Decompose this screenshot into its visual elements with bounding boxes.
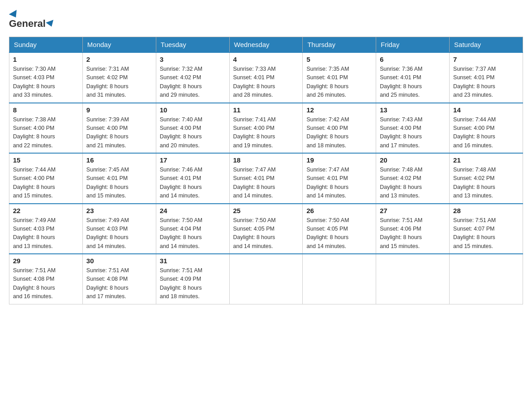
week-row-2: 8 Sunrise: 7:38 AM Sunset: 4:00 PM Dayli…	[9, 103, 523, 154]
calendar-cell: 16 Sunrise: 7:45 AM Sunset: 4:01 PM Dayl…	[82, 153, 156, 204]
calendar-cell: 13 Sunrise: 7:43 AM Sunset: 4:00 PM Dayl…	[376, 103, 450, 154]
day-detail: Sunrise: 7:43 AM Sunset: 4:00 PM Dayligh…	[380, 116, 446, 150]
weekday-header-friday: Friday	[376, 37, 450, 53]
day-number: 20	[380, 156, 446, 164]
day-detail: Sunrise: 7:37 AM Sunset: 4:01 PM Dayligh…	[453, 65, 519, 100]
week-row-1: 1 Sunrise: 7:30 AM Sunset: 4:03 PM Dayli…	[9, 52, 523, 103]
calendar-cell: 27 Sunrise: 7:51 AM Sunset: 4:06 PM Dayl…	[376, 204, 450, 254]
calendar-header-row: SundayMondayTuesdayWednesdayThursdayFrid…	[9, 37, 523, 53]
calendar-cell: 1 Sunrise: 7:30 AM Sunset: 4:03 PM Dayli…	[9, 52, 83, 103]
day-number: 4	[233, 56, 299, 63]
logo-area: General	[9, 9, 56, 30]
day-detail: Sunrise: 7:44 AM Sunset: 4:00 PM Dayligh…	[453, 116, 519, 150]
calendar-cell	[376, 254, 450, 304]
day-detail: Sunrise: 7:33 AM Sunset: 4:01 PM Dayligh…	[233, 65, 299, 100]
weekday-header-sunday: Sunday	[9, 37, 83, 53]
day-number: 8	[13, 106, 79, 114]
page-header: General	[9, 9, 523, 30]
day-detail: Sunrise: 7:50 AM Sunset: 4:05 PM Dayligh…	[306, 216, 372, 251]
calendar-cell: 4 Sunrise: 7:33 AM Sunset: 4:01 PM Dayli…	[229, 52, 303, 103]
day-number: 14	[453, 106, 519, 114]
day-detail: Sunrise: 7:49 AM Sunset: 4:03 PM Dayligh…	[86, 216, 152, 251]
day-number: 1	[13, 56, 79, 63]
day-detail: Sunrise: 7:40 AM Sunset: 4:00 PM Dayligh…	[160, 116, 226, 150]
calendar-cell: 14 Sunrise: 7:44 AM Sunset: 4:00 PM Dayl…	[450, 103, 523, 154]
day-detail: Sunrise: 7:35 AM Sunset: 4:01 PM Dayligh…	[306, 65, 372, 100]
day-number: 23	[86, 207, 152, 214]
weekday-header-wednesday: Wednesday	[229, 37, 303, 53]
day-number: 16	[86, 156, 152, 164]
day-detail: Sunrise: 7:38 AM Sunset: 4:00 PM Dayligh…	[13, 116, 79, 150]
calendar-cell: 2 Sunrise: 7:31 AM Sunset: 4:02 PM Dayli…	[82, 52, 156, 103]
day-detail: Sunrise: 7:36 AM Sunset: 4:01 PM Dayligh…	[380, 65, 446, 100]
calendar-cell: 20 Sunrise: 7:48 AM Sunset: 4:02 PM Dayl…	[376, 153, 450, 204]
day-detail: Sunrise: 7:42 AM Sunset: 4:00 PM Dayligh…	[306, 116, 372, 150]
calendar-cell: 11 Sunrise: 7:41 AM Sunset: 4:00 PM Dayl…	[229, 103, 303, 154]
calendar-cell	[303, 254, 376, 304]
day-detail: Sunrise: 7:50 AM Sunset: 4:05 PM Dayligh…	[233, 216, 299, 251]
calendar-cell: 19 Sunrise: 7:47 AM Sunset: 4:01 PM Dayl…	[303, 153, 376, 204]
day-number: 9	[86, 106, 152, 114]
day-detail: Sunrise: 7:51 AM Sunset: 4:06 PM Dayligh…	[380, 216, 446, 251]
day-number: 25	[233, 207, 299, 214]
calendar-cell: 7 Sunrise: 7:37 AM Sunset: 4:01 PM Dayli…	[450, 52, 523, 103]
calendar-cell: 15 Sunrise: 7:44 AM Sunset: 4:00 PM Dayl…	[9, 153, 83, 204]
calendar-cell: 23 Sunrise: 7:49 AM Sunset: 4:03 PM Dayl…	[82, 204, 156, 254]
day-detail: Sunrise: 7:30 AM Sunset: 4:03 PM Dayligh…	[13, 65, 79, 100]
day-detail: Sunrise: 7:49 AM Sunset: 4:03 PM Dayligh…	[13, 216, 79, 251]
calendar-cell: 3 Sunrise: 7:32 AM Sunset: 4:02 PM Dayli…	[156, 52, 229, 103]
weekday-header-saturday: Saturday	[450, 37, 523, 53]
day-number: 3	[160, 56, 226, 63]
calendar-cell: 18 Sunrise: 7:47 AM Sunset: 4:01 PM Dayl…	[229, 153, 303, 204]
week-row-4: 22 Sunrise: 7:49 AM Sunset: 4:03 PM Dayl…	[9, 204, 523, 254]
calendar-cell: 12 Sunrise: 7:42 AM Sunset: 4:00 PM Dayl…	[303, 103, 376, 154]
week-row-5: 29 Sunrise: 7:51 AM Sunset: 4:08 PM Dayl…	[9, 254, 523, 304]
weekday-header-monday: Monday	[82, 37, 156, 53]
calendar-table: SundayMondayTuesdayWednesdayThursdayFrid…	[9, 37, 523, 304]
day-detail: Sunrise: 7:45 AM Sunset: 4:01 PM Dayligh…	[86, 166, 152, 201]
calendar-cell: 9 Sunrise: 7:39 AM Sunset: 4:00 PM Dayli…	[82, 103, 156, 154]
day-detail: Sunrise: 7:51 AM Sunset: 4:08 PM Dayligh…	[86, 266, 152, 301]
day-number: 18	[233, 156, 299, 164]
day-number: 7	[453, 56, 519, 63]
day-number: 11	[233, 106, 299, 114]
calendar-cell: 24 Sunrise: 7:50 AM Sunset: 4:04 PM Dayl…	[156, 204, 229, 254]
calendar-cell: 17 Sunrise: 7:46 AM Sunset: 4:01 PM Dayl…	[156, 153, 229, 204]
weekday-header-thursday: Thursday	[303, 37, 376, 53]
logo-general-text2: General	[9, 18, 46, 30]
day-detail: Sunrise: 7:47 AM Sunset: 4:01 PM Dayligh…	[233, 166, 299, 201]
calendar-cell: 21 Sunrise: 7:48 AM Sunset: 4:02 PM Dayl…	[450, 153, 523, 204]
day-number: 22	[13, 207, 79, 214]
day-detail: Sunrise: 7:51 AM Sunset: 4:09 PM Dayligh…	[160, 266, 226, 301]
day-number: 26	[306, 207, 372, 214]
logo-arrow-icon	[46, 20, 55, 28]
day-number: 29	[13, 257, 79, 265]
calendar-cell: 10 Sunrise: 7:40 AM Sunset: 4:00 PM Dayl…	[156, 103, 229, 154]
calendar-cell: 6 Sunrise: 7:36 AM Sunset: 4:01 PM Dayli…	[376, 52, 450, 103]
day-detail: Sunrise: 7:31 AM Sunset: 4:02 PM Dayligh…	[86, 65, 152, 100]
day-number: 28	[453, 207, 519, 214]
day-number: 31	[160, 257, 226, 265]
day-detail: Sunrise: 7:50 AM Sunset: 4:04 PM Dayligh…	[160, 216, 226, 251]
day-detail: Sunrise: 7:44 AM Sunset: 4:00 PM Dayligh…	[13, 166, 79, 201]
day-number: 30	[86, 257, 152, 265]
calendar-cell: 25 Sunrise: 7:50 AM Sunset: 4:05 PM Dayl…	[229, 204, 303, 254]
day-detail: Sunrise: 7:41 AM Sunset: 4:00 PM Dayligh…	[233, 116, 299, 150]
day-detail: Sunrise: 7:48 AM Sunset: 4:02 PM Dayligh…	[453, 166, 519, 201]
day-detail: Sunrise: 7:32 AM Sunset: 4:02 PM Dayligh…	[160, 65, 226, 100]
day-number: 12	[306, 106, 372, 114]
day-detail: Sunrise: 7:46 AM Sunset: 4:01 PM Dayligh…	[160, 166, 226, 201]
calendar-cell: 29 Sunrise: 7:51 AM Sunset: 4:08 PM Dayl…	[9, 254, 83, 304]
day-number: 24	[160, 207, 226, 214]
day-number: 19	[306, 156, 372, 164]
day-number: 15	[13, 156, 79, 164]
day-number: 17	[160, 156, 226, 164]
calendar-cell	[450, 254, 523, 304]
day-number: 13	[380, 106, 446, 114]
calendar-cell: 26 Sunrise: 7:50 AM Sunset: 4:05 PM Dayl…	[303, 204, 376, 254]
day-number: 21	[453, 156, 519, 164]
day-detail: Sunrise: 7:39 AM Sunset: 4:00 PM Dayligh…	[86, 116, 152, 150]
weekday-header-tuesday: Tuesday	[156, 37, 229, 53]
day-detail: Sunrise: 7:47 AM Sunset: 4:01 PM Dayligh…	[306, 166, 372, 201]
calendar-cell: 8 Sunrise: 7:38 AM Sunset: 4:00 PM Dayli…	[9, 103, 83, 154]
